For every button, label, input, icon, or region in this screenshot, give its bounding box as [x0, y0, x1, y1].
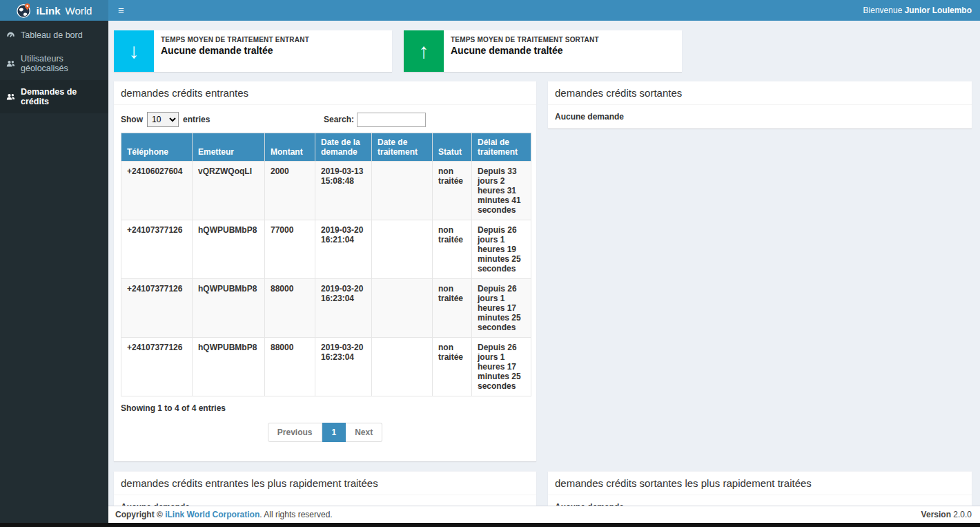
search-input[interactable] — [357, 113, 426, 127]
user-name: Junior Loulembo — [905, 6, 972, 15]
panel-title: demandes crédits entrantes les plus rapi… — [114, 472, 536, 495]
sidebar-item-label: Tableau de bord — [21, 30, 83, 40]
show-label: Show — [121, 115, 143, 124]
pagination: Previous 1 Next — [121, 423, 529, 442]
arrow-down-icon: ↓ — [114, 30, 154, 72]
table-cell: 77000 — [265, 220, 315, 279]
table-cell: non traitée — [433, 279, 472, 338]
copyright-suffix: . All rights reserved. — [259, 510, 332, 519]
sidebar-item-label: Demandes de crédits — [21, 87, 102, 106]
table-cell: Depuis 26 jours 1 heures 17 minutes 25 s… — [472, 338, 531, 396]
sidebar-item-demandes-de-credits[interactable]: Demandes de crédits — [0, 80, 108, 113]
table-row: +24107377126hQWPUBMbP8770002019-03-20 16… — [121, 220, 531, 279]
footer: Copyright © iLink World Corporation. All… — [108, 506, 980, 523]
copyright-text: Copyright © iLink World Corporation. All… — [115, 510, 333, 519]
table-cell: 2019-03-20 16:23:04 — [315, 338, 372, 396]
globe-pin-logo-icon — [17, 3, 32, 18]
table-cell — [372, 279, 433, 338]
top-navbar: iLinkWorld ≡ Bienvenue Junior Loulembo — [0, 0, 980, 21]
version-number: 2.0.0 — [951, 510, 972, 519]
table-cell: 2019-03-20 16:21:04 — [315, 220, 372, 279]
bottom-window-edge — [0, 523, 980, 527]
panel-entrantes-rapidement: demandes crédits entrantes les plus rapi… — [114, 471, 536, 506]
brand-name-bold: iLink — [37, 5, 61, 17]
panel-sortantes-rapidement: demandes crédits sortantes les plus rapi… — [548, 471, 972, 506]
sidebar-toggle-hamburger-icon[interactable]: ≡ — [108, 0, 134, 21]
info-box-sortant: ↑ TEMPS MOYEN DE TRAITEMENT SORTANT Aucu… — [404, 30, 682, 72]
arrow-up-icon: ↑ — [404, 30, 444, 72]
column-header[interactable]: Emetteur — [193, 133, 265, 162]
info-box-value: Aucune demande traltée — [161, 45, 309, 56]
table-cell: hQWPUBMbP8 — [193, 279, 265, 338]
brand-logo[interactable]: iLinkWorld — [0, 0, 108, 21]
credits-table-head-row: TéléphoneEmetteurMontantDate de la deman… — [121, 133, 531, 162]
column-header[interactable]: Statut — [433, 133, 472, 162]
version-label: Version — [921, 510, 951, 519]
table-cell: +24107377126 — [121, 338, 193, 396]
table-cell: Depuis 26 jours 1 heures 17 minutes 25 s… — [472, 279, 531, 338]
next-page-button[interactable]: Next — [346, 423, 382, 442]
table-row: +24106027604vQRZWQoqLI20002019-03-13 15:… — [121, 162, 531, 220]
column-header[interactable]: Téléphone — [121, 133, 193, 162]
company-link[interactable]: iLink World Corporation — [165, 510, 259, 519]
info-box-title: TEMPS MOYEN DE TRAITEMENT SORTANT — [451, 36, 599, 44]
table-cell: non traitée — [433, 162, 472, 220]
panel-title: demandes crédits sortantes — [548, 82, 972, 105]
table-cell: non traitée — [433, 220, 472, 279]
table-cell: vQRZWQoqLI — [193, 162, 265, 220]
table-cell: Depuis 33 jours 2 heures 31 minutes 41 s… — [472, 162, 531, 220]
table-cell: +24107377126 — [121, 220, 193, 279]
table-cell: Depuis 26 jours 1 heures 19 minutes 25 s… — [472, 220, 531, 279]
table-cell: 88000 — [265, 279, 315, 338]
panel-demandes-credits-entrantes: demandes crédits entrantes Show 10 entri… — [114, 81, 536, 461]
sidebar-item-utilisateurs-geolocalises[interactable]: Utilisateurs géolocalisés — [0, 47, 108, 80]
table-cell: 2000 — [265, 162, 315, 220]
info-box-row: ↓ TEMPS MOYEN DE TRAITEMENT ENTRANT Aucu… — [114, 30, 972, 72]
welcome-prefix: Bienvenue — [863, 6, 903, 15]
table-cell: 88000 — [265, 338, 315, 396]
dashboard-icon — [6, 31, 15, 40]
panel-title: demandes crédits sortantes les plus rapi… — [548, 472, 972, 495]
table-row: +24107377126hQWPUBMbP8880002019-03-20 16… — [121, 338, 531, 396]
table-cell: 2019-03-20 16:23:04 — [315, 279, 372, 338]
users-icon — [6, 59, 15, 68]
brand-name-rest: World — [66, 5, 92, 17]
table-cell — [372, 220, 433, 279]
page-length-select[interactable]: 10 — [147, 112, 179, 127]
column-header[interactable]: Délai de traitement — [472, 133, 531, 162]
panel-demandes-credits-sortantes: demandes crédits sortantes Aucune demand… — [548, 81, 972, 128]
table-cell — [372, 338, 433, 396]
page-length-control: Show 10 entries — [121, 112, 210, 127]
welcome-message: Bienvenue Junior Loulembo — [863, 6, 980, 15]
sidebar-item-label: Utilisateurs géolocalisés — [21, 54, 102, 73]
entries-label: entries — [183, 115, 210, 124]
table-cell: +24107377126 — [121, 279, 193, 338]
info-box-value: Aucune demande traltée — [451, 45, 599, 56]
users-icon — [6, 93, 15, 102]
search-control: Search: — [324, 113, 426, 127]
credits-entrantes-table: TéléphoneEmetteurMontantDate de la deman… — [121, 133, 531, 396]
table-row: +24107377126hQWPUBMbP8880002019-03-20 16… — [121, 279, 531, 338]
table-cell: +24106027604 — [121, 162, 193, 220]
version-text: Version 2.0.0 — [921, 510, 972, 519]
sidebar-item-tableau-de-bord[interactable]: Tableau de bord — [0, 23, 108, 47]
column-header[interactable]: Montant — [265, 133, 315, 162]
empty-message: Aucune demande — [555, 112, 965, 122]
bottom-panels-row-1: demandes crédits entrantes les plus rapi… — [114, 471, 972, 506]
copyright-prefix: Copyright © — [115, 510, 165, 519]
table-cell: 2019-03-13 15:08:48 — [315, 162, 372, 220]
table-cell: non traitée — [433, 338, 472, 396]
column-header[interactable]: Date de la demande — [315, 133, 372, 162]
sidebar: Tableau de bord Utilisateurs géolocalisé… — [0, 21, 108, 523]
previous-page-button[interactable]: Previous — [268, 423, 322, 442]
column-header[interactable]: Date de traitement — [372, 133, 433, 162]
table-cell: hQWPUBMbP8 — [193, 338, 265, 396]
table-cell — [372, 162, 433, 220]
credits-table-body: +24106027604vQRZWQoqLI20002019-03-13 15:… — [121, 162, 531, 396]
table-summary: Showing 1 to 4 of 4 entries — [121, 403, 529, 413]
table-cell: hQWPUBMbP8 — [193, 220, 265, 279]
panel-title: demandes crédits entrantes — [114, 82, 536, 105]
navbar-main: ≡ Bienvenue Junior Loulembo — [108, 0, 980, 21]
main-panels-row: demandes crédits entrantes Show 10 entri… — [114, 81, 972, 461]
page-1-button[interactable]: 1 — [322, 423, 346, 442]
